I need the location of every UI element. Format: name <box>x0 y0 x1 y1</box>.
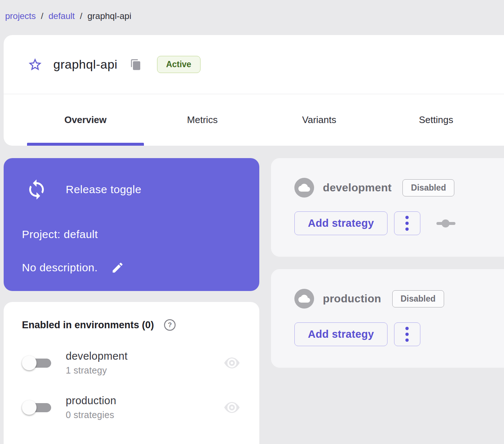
enabled-environments-header: Enabled in environments (0) ? <box>22 319 243 331</box>
environment-strategy-count: 0 strategies <box>66 410 116 420</box>
enabled-environments-title: Enabled in environments (0) <box>22 319 154 331</box>
production-strategies-card: production Disabled Add strategy <box>271 269 504 368</box>
breadcrumb-link-projects[interactable]: projects <box>5 10 36 22</box>
more-options-kebab-icon[interactable] <box>394 211 420 235</box>
feature-type-row: Release toggle <box>22 179 245 200</box>
main-content: Release toggle Project: default No descr… <box>0 158 504 444</box>
breadcrumb-separator: / <box>41 10 43 22</box>
environment-name: development <box>66 350 127 362</box>
active-tab-indicator <box>27 143 144 146</box>
strategy-slider-icon <box>436 219 455 227</box>
status-badge: Active <box>157 56 201 73</box>
development-card-header: development Disabled <box>294 178 504 198</box>
left-column: Release toggle Project: default No descr… <box>4 158 259 444</box>
favorite-star-icon[interactable] <box>27 57 43 73</box>
tab-bar: Overview Metrics Variants Settings <box>4 94 504 146</box>
development-card-actions: Add strategy <box>294 211 504 235</box>
environment-strategy-count: 1 strategy <box>66 365 127 376</box>
feature-description: No description. <box>22 261 98 274</box>
add-strategy-button[interactable]: Add strategy <box>294 322 387 346</box>
development-toggle-switch[interactable] <box>22 355 53 371</box>
enabled-environments-panel: Enabled in environments (0) ? developmen… <box>4 302 259 444</box>
feature-info-card: Release toggle Project: default No descr… <box>4 158 259 291</box>
environment-status-badge: Disabled <box>392 290 444 307</box>
cloud-environment-icon <box>294 289 314 309</box>
visibility-eye-icon <box>223 401 241 414</box>
breadcrumb-current: graphql-api <box>87 10 131 22</box>
feature-title-row: graphql-api Active <box>4 35 504 94</box>
breadcrumb: projects / default / graphql-api <box>5 10 504 22</box>
page-title: graphql-api <box>53 57 118 72</box>
breadcrumb-link-default[interactable]: default <box>49 10 75 22</box>
tab-overview[interactable]: Overview <box>27 94 144 146</box>
production-toggle-switch[interactable] <box>22 400 53 415</box>
cloud-environment-icon <box>294 178 314 198</box>
feature-description-row: No description. <box>22 260 245 275</box>
release-toggle-sync-icon <box>26 179 47 200</box>
visibility-eye-icon <box>223 356 241 370</box>
environment-card-name: production <box>323 292 381 305</box>
environment-name: production <box>66 395 116 407</box>
environment-card-name: development <box>323 181 392 194</box>
production-card-actions: Add strategy <box>294 322 504 346</box>
feature-header-card: graphql-api Active Overview Metrics Vari… <box>4 35 504 146</box>
production-card-header: production Disabled <box>294 289 504 309</box>
edit-description-pencil-icon[interactable] <box>110 260 125 275</box>
tab-metrics[interactable]: Metrics <box>144 94 261 146</box>
environment-row-development: development 1 strategy <box>22 350 243 376</box>
development-strategies-card: development Disabled Add strategy <box>271 158 504 257</box>
tab-variants[interactable]: Variants <box>261 94 378 146</box>
tab-settings[interactable]: Settings <box>378 94 495 146</box>
help-icon[interactable]: ? <box>164 319 176 331</box>
svg-text:?: ? <box>168 321 172 329</box>
copy-icon[interactable] <box>129 58 142 71</box>
add-strategy-button[interactable]: Add strategy <box>294 211 387 235</box>
feature-type-label: Release toggle <box>66 183 141 196</box>
environment-row-production: production 0 strategies <box>22 395 243 420</box>
right-column: development Disabled Add strategy <box>271 158 504 368</box>
environment-status-badge: Disabled <box>402 179 454 196</box>
feature-project-label: Project: default <box>22 228 245 241</box>
breadcrumb-separator: / <box>80 10 83 22</box>
more-options-kebab-icon[interactable] <box>394 322 420 346</box>
